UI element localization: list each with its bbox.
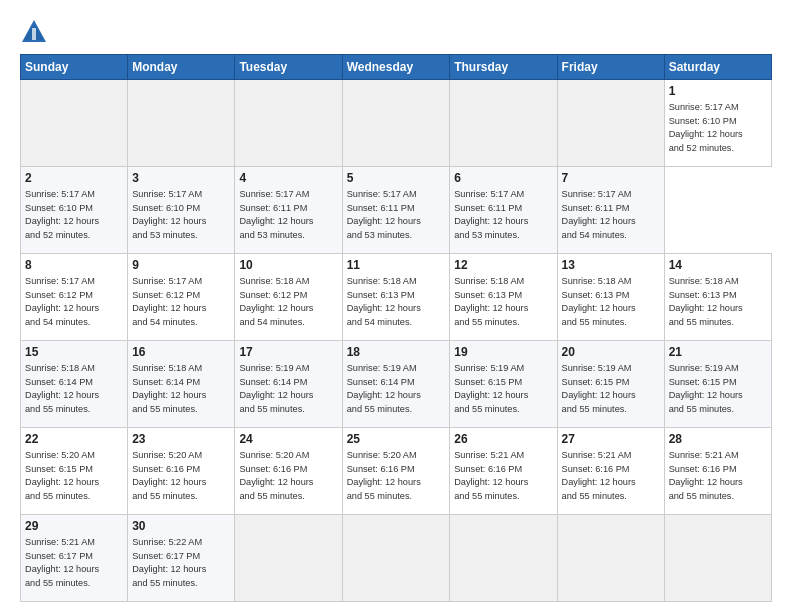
empty-cell	[128, 80, 235, 167]
day-info: Sunrise: 5:17 AMSunset: 6:10 PMDaylight:…	[669, 102, 743, 153]
day-info: Sunrise: 5:18 AMSunset: 6:13 PMDaylight:…	[347, 276, 421, 327]
day-number: 6	[454, 170, 552, 186]
day-number: 2	[25, 170, 123, 186]
header	[20, 18, 772, 46]
page: SundayMondayTuesdayWednesdayThursdayFrid…	[0, 0, 792, 612]
day-cell-14: 14Sunrise: 5:18 AMSunset: 6:13 PMDayligh…	[664, 254, 771, 341]
day-cell-7: 7Sunrise: 5:17 AMSunset: 6:11 PMDaylight…	[557, 167, 664, 254]
day-number: 11	[347, 257, 446, 273]
day-cell-9: 9Sunrise: 5:17 AMSunset: 6:12 PMDaylight…	[128, 254, 235, 341]
day-number: 12	[454, 257, 552, 273]
day-cell-6: 6Sunrise: 5:17 AMSunset: 6:11 PMDaylight…	[450, 167, 557, 254]
day-number: 20	[562, 344, 660, 360]
day-cell-23: 23Sunrise: 5:20 AMSunset: 6:16 PMDayligh…	[128, 428, 235, 515]
empty-cell	[342, 80, 450, 167]
day-info: Sunrise: 5:19 AMSunset: 6:14 PMDaylight:…	[347, 363, 421, 414]
day-info: Sunrise: 5:18 AMSunset: 6:13 PMDaylight:…	[562, 276, 636, 327]
day-info: Sunrise: 5:17 AMSunset: 6:11 PMDaylight:…	[454, 189, 528, 240]
day-cell-28: 28Sunrise: 5:21 AMSunset: 6:16 PMDayligh…	[664, 428, 771, 515]
day-number: 21	[669, 344, 767, 360]
header-cell-saturday: Saturday	[664, 55, 771, 80]
day-cell-16: 16Sunrise: 5:18 AMSunset: 6:14 PMDayligh…	[128, 341, 235, 428]
empty-cell	[557, 515, 664, 602]
day-number: 1	[669, 83, 767, 99]
header-cell-sunday: Sunday	[21, 55, 128, 80]
empty-cell	[21, 80, 128, 167]
day-number: 4	[239, 170, 337, 186]
calendar-week-5: 22Sunrise: 5:20 AMSunset: 6:15 PMDayligh…	[21, 428, 772, 515]
day-number: 3	[132, 170, 230, 186]
day-number: 26	[454, 431, 552, 447]
day-number: 18	[347, 344, 446, 360]
day-info: Sunrise: 5:17 AMSunset: 6:10 PMDaylight:…	[25, 189, 99, 240]
day-cell-1: 1Sunrise: 5:17 AMSunset: 6:10 PMDaylight…	[664, 80, 771, 167]
header-cell-tuesday: Tuesday	[235, 55, 342, 80]
calendar-week-3: 8Sunrise: 5:17 AMSunset: 6:12 PMDaylight…	[21, 254, 772, 341]
day-number: 14	[669, 257, 767, 273]
day-cell-27: 27Sunrise: 5:21 AMSunset: 6:16 PMDayligh…	[557, 428, 664, 515]
calendar-week-2: 2Sunrise: 5:17 AMSunset: 6:10 PMDaylight…	[21, 167, 772, 254]
day-cell-22: 22Sunrise: 5:20 AMSunset: 6:15 PMDayligh…	[21, 428, 128, 515]
day-info: Sunrise: 5:18 AMSunset: 6:14 PMDaylight:…	[25, 363, 99, 414]
logo-icon	[20, 18, 48, 46]
day-cell-15: 15Sunrise: 5:18 AMSunset: 6:14 PMDayligh…	[21, 341, 128, 428]
day-number: 29	[25, 518, 123, 534]
day-info: Sunrise: 5:17 AMSunset: 6:12 PMDaylight:…	[132, 276, 206, 327]
empty-cell	[450, 515, 557, 602]
day-number: 22	[25, 431, 123, 447]
day-cell-21: 21Sunrise: 5:19 AMSunset: 6:15 PMDayligh…	[664, 341, 771, 428]
header-row: SundayMondayTuesdayWednesdayThursdayFrid…	[21, 55, 772, 80]
calendar-week-4: 15Sunrise: 5:18 AMSunset: 6:14 PMDayligh…	[21, 341, 772, 428]
day-info: Sunrise: 5:19 AMSunset: 6:15 PMDaylight:…	[669, 363, 743, 414]
day-cell-5: 5Sunrise: 5:17 AMSunset: 6:11 PMDaylight…	[342, 167, 450, 254]
day-info: Sunrise: 5:20 AMSunset: 6:16 PMDaylight:…	[132, 450, 206, 501]
header-cell-friday: Friday	[557, 55, 664, 80]
day-number: 13	[562, 257, 660, 273]
header-cell-wednesday: Wednesday	[342, 55, 450, 80]
empty-cell	[342, 515, 450, 602]
day-cell-11: 11Sunrise: 5:18 AMSunset: 6:13 PMDayligh…	[342, 254, 450, 341]
day-number: 9	[132, 257, 230, 273]
day-cell-12: 12Sunrise: 5:18 AMSunset: 6:13 PMDayligh…	[450, 254, 557, 341]
empty-cell	[450, 80, 557, 167]
day-info: Sunrise: 5:22 AMSunset: 6:17 PMDaylight:…	[132, 537, 206, 588]
day-cell-10: 10Sunrise: 5:18 AMSunset: 6:12 PMDayligh…	[235, 254, 342, 341]
day-info: Sunrise: 5:21 AMSunset: 6:17 PMDaylight:…	[25, 537, 99, 588]
day-number: 8	[25, 257, 123, 273]
empty-cell	[664, 515, 771, 602]
day-info: Sunrise: 5:20 AMSunset: 6:16 PMDaylight:…	[239, 450, 313, 501]
day-info: Sunrise: 5:19 AMSunset: 6:14 PMDaylight:…	[239, 363, 313, 414]
day-info: Sunrise: 5:17 AMSunset: 6:11 PMDaylight:…	[239, 189, 313, 240]
day-number: 23	[132, 431, 230, 447]
day-info: Sunrise: 5:18 AMSunset: 6:13 PMDaylight:…	[669, 276, 743, 327]
calendar-week-1: 1Sunrise: 5:17 AMSunset: 6:10 PMDaylight…	[21, 80, 772, 167]
day-cell-18: 18Sunrise: 5:19 AMSunset: 6:14 PMDayligh…	[342, 341, 450, 428]
day-cell-30: 30Sunrise: 5:22 AMSunset: 6:17 PMDayligh…	[128, 515, 235, 602]
day-info: Sunrise: 5:21 AMSunset: 6:16 PMDaylight:…	[454, 450, 528, 501]
day-info: Sunrise: 5:18 AMSunset: 6:13 PMDaylight:…	[454, 276, 528, 327]
calendar-week-6: 29Sunrise: 5:21 AMSunset: 6:17 PMDayligh…	[21, 515, 772, 602]
empty-cell	[557, 80, 664, 167]
day-info: Sunrise: 5:21 AMSunset: 6:16 PMDaylight:…	[562, 450, 636, 501]
day-info: Sunrise: 5:19 AMSunset: 6:15 PMDaylight:…	[562, 363, 636, 414]
calendar-table: SundayMondayTuesdayWednesdayThursdayFrid…	[20, 54, 772, 602]
day-number: 19	[454, 344, 552, 360]
empty-cell	[235, 515, 342, 602]
day-cell-24: 24Sunrise: 5:20 AMSunset: 6:16 PMDayligh…	[235, 428, 342, 515]
empty-cell	[235, 80, 342, 167]
day-number: 28	[669, 431, 767, 447]
day-info: Sunrise: 5:17 AMSunset: 6:11 PMDaylight:…	[347, 189, 421, 240]
header-cell-monday: Monday	[128, 55, 235, 80]
day-number: 27	[562, 431, 660, 447]
day-info: Sunrise: 5:17 AMSunset: 6:10 PMDaylight:…	[132, 189, 206, 240]
header-cell-thursday: Thursday	[450, 55, 557, 80]
day-number: 7	[562, 170, 660, 186]
day-cell-20: 20Sunrise: 5:19 AMSunset: 6:15 PMDayligh…	[557, 341, 664, 428]
logo	[20, 18, 52, 46]
day-info: Sunrise: 5:21 AMSunset: 6:16 PMDaylight:…	[669, 450, 743, 501]
day-info: Sunrise: 5:19 AMSunset: 6:15 PMDaylight:…	[454, 363, 528, 414]
calendar-header: SundayMondayTuesdayWednesdayThursdayFrid…	[21, 55, 772, 80]
day-info: Sunrise: 5:17 AMSunset: 6:12 PMDaylight:…	[25, 276, 99, 327]
day-number: 25	[347, 431, 446, 447]
svg-rect-2	[32, 28, 36, 40]
